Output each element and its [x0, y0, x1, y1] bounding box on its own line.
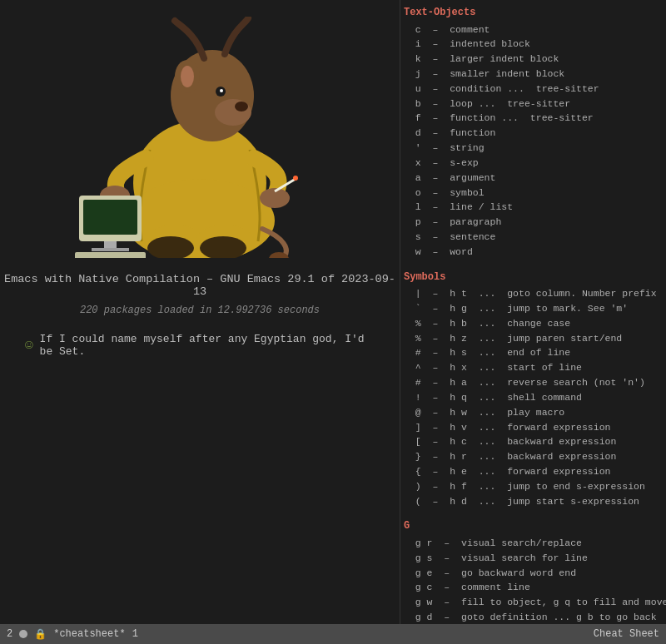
emacs-title: Emacs with Native Compilation – GNU Emac… [0, 273, 400, 298]
svg-rect-15 [75, 252, 146, 258]
item-line-0-9: x – s-exp [404, 156, 659, 171]
item-line-1-0: | – h t ... goto column. Number prefix [404, 286, 659, 301]
status-dot [19, 630, 27, 638]
item-line-0-10: a – argument [404, 171, 659, 186]
item-line-1-7: ! – h q ... shell command [404, 390, 659, 405]
item-line-0-7: d – function [404, 126, 659, 141]
item-line-0-6: f – function ... tree-sitter [404, 111, 659, 126]
item-line-0-3: j – smaller indent block [404, 67, 659, 82]
packages-loaded: 220 packages loaded in 12.992736 seconds [80, 305, 320, 316]
item-line-1-3: % – h z ... jump paren start/end [404, 331, 659, 346]
item-line-1-5: ^ – h x ... start of line [404, 360, 659, 375]
item-line-1-11: } – h r ... backward expression [404, 449, 659, 464]
gnu-mascot [58, 17, 341, 258]
right-panel[interactable]: Text-Objects c – comment i – indented bl… [400, 0, 666, 624]
quote-icon: ☺ [25, 338, 33, 353]
item-line-1-13: ) – h f ... jump to end s-expression [404, 479, 659, 494]
item-line-2-2: g e – go backward word end [404, 566, 659, 581]
status-num2: 1 [132, 628, 138, 640]
item-line-2-0: g r – visual search/replace [404, 536, 659, 551]
item-line-0-12: l – line / list [404, 200, 659, 215]
item-line-2-1: g s – visual search for line [404, 551, 659, 566]
item-line-2-4: g w – fill to object, g q to fill and mo… [404, 595, 659, 610]
section-title-0: Text-Objects [404, 5, 659, 21]
item-line-2-3: g c – comment line [404, 580, 659, 595]
item-line-0-0: c – comment [404, 22, 659, 37]
item-line-1-9: ] – h v ... forward expression [404, 420, 659, 435]
section-title-1: Symbols [404, 270, 659, 285]
spacer-1 [404, 508, 659, 513]
quote-container: ☺ If I could name myself after any Egypt… [0, 333, 400, 358]
item-line-0-2: k – larger indent block [404, 52, 659, 67]
item-line-0-15: w – word [404, 245, 659, 260]
status-filename: *cheatsheet* [53, 628, 125, 640]
item-line-0-14: s – sentence [404, 230, 659, 245]
item-line-2-5: g d – goto definition ... g b to go back [404, 610, 659, 624]
item-line-1-1: ` – h g ... jump to mark. See 'm' [404, 301, 659, 316]
item-line-0-4: u – condition ... tree-sitter [404, 82, 659, 97]
status-num: 2 [7, 628, 12, 640]
item-line-1-12: { – h e ... forward expression [404, 464, 659, 479]
item-line-0-13: p – paragraph [404, 215, 659, 230]
section-title-2: G [404, 518, 659, 534]
svg-point-8 [181, 66, 194, 87]
svg-rect-14 [92, 248, 129, 251]
item-line-1-6: # – h a ... reverse search (not 'n') [404, 375, 659, 390]
svg-rect-12 [83, 200, 137, 235]
svg-point-17 [293, 176, 298, 181]
item-line-0-1: i – indented block [404, 37, 659, 52]
item-line-0-11: o – symbol [404, 186, 659, 201]
status-bar: 2 🔒 *cheatsheet* 1 Cheat Sheet [0, 624, 666, 644]
item-line-1-2: % – h b ... change case [404, 316, 659, 331]
svg-rect-13 [104, 241, 117, 248]
quote-text: If I could name myself after any Egyptia… [40, 333, 375, 358]
item-line-1-4: # – h s ... end of line [404, 345, 659, 360]
item-line-0-8: ' – string [404, 141, 659, 156]
item-line-1-14: ( – h d ... jump start s-expression [404, 494, 659, 509]
svg-point-4 [235, 102, 248, 111]
left-panel: Emacs with Native Compilation – GNU Emac… [0, 0, 400, 644]
status-file-icon: 🔒 [34, 628, 47, 641]
item-line-1-10: [ – h c ... backward expression [404, 434, 659, 449]
item-line-0-5: b – loop ... tree-sitter [404, 97, 659, 111]
svg-point-6 [220, 89, 223, 92]
status-right-label: Cheat Sheet [594, 628, 659, 640]
spacer-0 [404, 260, 659, 265]
item-line-1-8: @ – h w ... play macro [404, 405, 659, 420]
